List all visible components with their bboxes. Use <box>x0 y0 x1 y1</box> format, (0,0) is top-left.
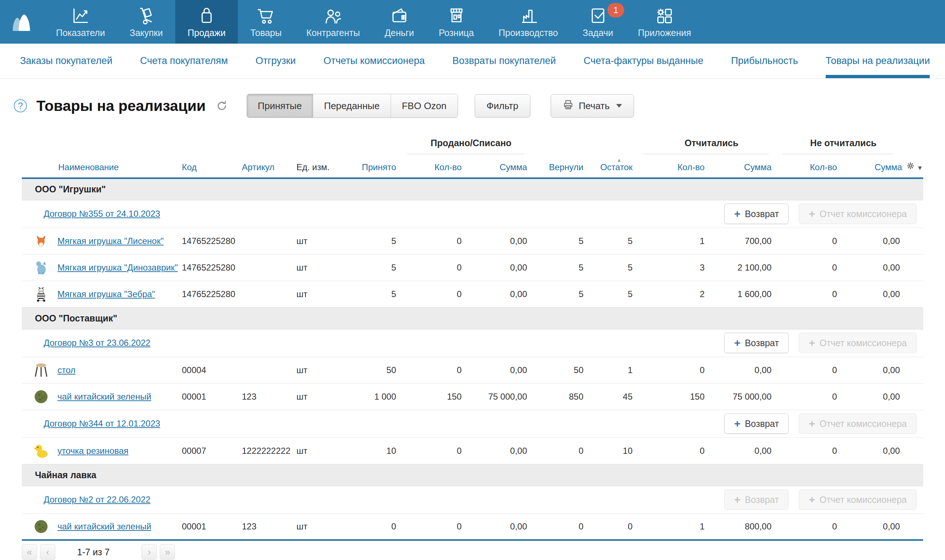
nav-item-purchases[interactable]: Закупки <box>117 0 175 44</box>
nav-item-tasks[interactable]: 1 Задачи <box>570 0 626 44</box>
stool-product-image <box>33 362 49 378</box>
cell-reported-qty: 1 <box>642 514 714 540</box>
column-header-reported-sum[interactable]: Сумма <box>714 154 781 178</box>
cell-unit: шт <box>297 357 340 383</box>
print-button-label: Печать <box>579 100 609 112</box>
subnav-item-8[interactable]: Товары на реализации <box>826 44 930 78</box>
product-link[interactable]: Мягкая игрушка "Лисенок" <box>57 236 164 246</box>
cell-rest: 1 <box>593 357 642 383</box>
cell-article <box>242 254 297 281</box>
view-tab-fbo-ozon[interactable]: FBO Ozon <box>391 94 457 117</box>
product-link[interactable]: уточка резиновая <box>57 446 128 456</box>
nav-item-counterparties[interactable]: Контрагенты <box>294 0 372 44</box>
nav-item-goods[interactable]: Товары <box>238 0 294 44</box>
money-icon <box>389 6 409 27</box>
cell-unit: шт <box>297 254 340 281</box>
column-header-article[interactable]: Артикул <box>242 154 297 178</box>
nav-item-retail[interactable]: Розница <box>426 0 486 44</box>
table-group-header-row: Продано/Списано Отчитались Не отчитались <box>22 132 923 154</box>
return-button[interactable]: +Возврат <box>724 333 789 353</box>
filter-button[interactable]: Фильтр <box>475 94 530 117</box>
product-link[interactable]: стол <box>57 365 75 375</box>
cell-reported-sum: 1 600,00 <box>714 281 781 307</box>
column-header-code[interactable]: Код <box>182 154 242 178</box>
return-button[interactable]: +Возврат <box>724 414 789 434</box>
subnav-item-6[interactable]: Счета-фактуры выданные <box>583 44 703 78</box>
subnav-item-5[interactable]: Возвраты покупателей <box>452 44 556 78</box>
column-header-unreported-sum[interactable]: Сумма <box>846 154 906 178</box>
cell-reported-qty: 3 <box>642 254 714 281</box>
organization-group-row: ООО "Игрушки" <box>22 178 923 200</box>
subnav-item-label: Возвраты покупателей <box>452 55 556 66</box>
cell-unreported-sum: 0,00 <box>846 254 906 281</box>
cell-unreported-qty: 0 <box>781 383 846 410</box>
cell-article: 1222222222 <box>242 437 297 464</box>
product-row: чай китайский зеленый 00001 123 шт 0 0 0… <box>22 514 923 540</box>
nav-item-sales[interactable]: Продажи <box>175 0 238 44</box>
cell-code: 14765225280 <box>182 254 242 281</box>
tasks-badge: 1 <box>608 3 624 17</box>
subnav-item-2[interactable]: Счета покупателям <box>140 44 228 78</box>
refresh-icon[interactable] <box>216 100 228 112</box>
product-link[interactable]: Мягкая игрушка "Зебра" <box>57 289 155 299</box>
subnav-item-3[interactable]: Отгрузки <box>255 44 296 78</box>
moysklad-logo[interactable] <box>0 0 44 44</box>
contract-row: Договор №2 от 22.06.2022 +Возврат +Отчет… <box>22 486 923 514</box>
column-header-sold-sum[interactable]: Сумма <box>471 154 537 178</box>
cell-sold-qty: 0 <box>406 437 471 464</box>
column-header-reported-qty[interactable]: Кол-во <box>642 154 714 178</box>
cell-reported-qty: 1 <box>642 228 714 254</box>
pagination: « ‹ 1-7 из 7 › » <box>22 545 945 560</box>
nav-item-money[interactable]: Деньги <box>372 0 426 44</box>
cell-unreported-qty: 0 <box>781 357 846 383</box>
product-row: Мягкая игрушка "Лисенок" 14765225280 шт … <box>22 228 923 254</box>
cell-unit: шт <box>297 437 340 464</box>
subnav-item-label: Счета покупателям <box>140 55 228 66</box>
organization-group-row: ООО "Поставщик" <box>22 307 923 329</box>
column-header-rest[interactable]: ▲ Остаток <box>593 154 642 178</box>
cell-rest: 10 <box>593 437 642 464</box>
cell-unit: шт <box>297 228 340 254</box>
cell-returned: 0 <box>537 437 593 464</box>
cell-reported-sum: 0,00 <box>714 357 781 383</box>
commissioner-report-button: +Отчет комиссионера <box>799 414 917 434</box>
cell-sold-qty: 150 <box>406 383 471 410</box>
product-link[interactable]: чай китайский зеленый <box>57 392 151 402</box>
contract-link[interactable]: Договор №344 от 12.01.2023 <box>44 418 160 429</box>
plus-icon: + <box>734 337 740 348</box>
subnav-item-1[interactable]: Заказы покупателей <box>20 44 112 78</box>
contract-link[interactable]: Договор №2 от 22.06.2022 <box>44 495 151 505</box>
column-header-accepted[interactable]: Принято <box>340 154 406 178</box>
contract-link[interactable]: Договор №355 от 24.10.2023 <box>44 209 160 219</box>
contract-link[interactable]: Договор №3 от 23.06.2022 <box>44 338 151 348</box>
cell-code: 00001 <box>182 514 242 540</box>
cell-unit: шт <box>297 281 340 307</box>
last-page-button: » <box>160 545 175 560</box>
column-header-unreported-qty[interactable]: Кол-во <box>781 154 846 178</box>
product-link[interactable]: чай китайский зеленый <box>57 522 151 532</box>
cell-unreported-sum: 0,00 <box>846 281 906 307</box>
cell-article <box>242 357 297 383</box>
column-header-name[interactable]: Наименование <box>22 154 182 178</box>
help-icon[interactable]: ? <box>14 99 27 112</box>
cell-sold-sum: 0,00 <box>471 357 537 383</box>
column-settings-button[interactable]: ▾ <box>906 154 923 178</box>
subnav-item-7[interactable]: Прибыльность <box>731 44 798 78</box>
cell-unreported-sum: 0,00 <box>846 514 906 540</box>
view-tab-переданные[interactable]: Переданные <box>313 94 391 117</box>
view-mode-tabs: ПринятыеПереданныеFBO Ozon <box>246 94 458 118</box>
nav-item-production[interactable]: Производство <box>486 0 570 44</box>
nav-item-indicators[interactable]: Показатели <box>44 0 117 44</box>
nav-item-apps[interactable]: Приложения <box>626 0 703 44</box>
return-button[interactable]: +Возврат <box>724 204 789 224</box>
subnav-item-4[interactable]: Отчеты комиссионера <box>323 44 425 78</box>
view-tab-принятые[interactable]: Принятые <box>247 94 313 117</box>
column-header-sold-qty[interactable]: Кол-во <box>406 154 471 178</box>
sort-asc-icon: ▲ <box>617 157 622 163</box>
column-header-returned[interactable]: Вернули <box>537 154 593 178</box>
plus-icon: + <box>809 418 815 429</box>
cell-sold-qty: 0 <box>406 228 471 254</box>
print-button[interactable]: Печать <box>551 94 634 117</box>
cell-unreported-qty: 0 <box>781 228 846 254</box>
product-link[interactable]: Мягкая игрушка "Динозаврик" <box>57 263 178 273</box>
